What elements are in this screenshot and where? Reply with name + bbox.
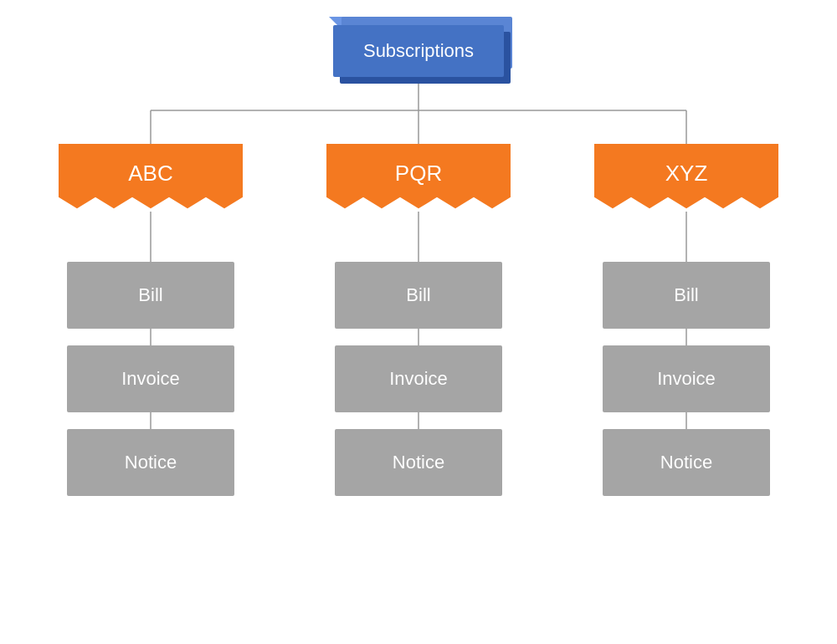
column-xyz: XYZBillInvoiceNotice <box>552 77 820 496</box>
org-chart: Subscriptions ABCBillInvoiceNoticePQRBil… <box>0 0 837 644</box>
gray-box-pqr-bill: Bill <box>335 262 502 329</box>
subscriptions-label: Subscriptions <box>363 40 474 62</box>
gray-box-pqr-invoice: Invoice <box>335 345 502 412</box>
gray-box-abc-notice: Notice <box>67 429 234 496</box>
orange-box-pqr: PQR <box>326 144 511 220</box>
gray-box-pqr-notice: Notice <box>335 429 502 496</box>
child-nodes-pqr: BillInvoiceNotice <box>335 262 502 496</box>
gray-box-xyz-bill: Bill <box>603 262 770 329</box>
column-pqr: PQRBillInvoiceNotice <box>285 77 552 496</box>
columns-container: ABCBillInvoiceNoticePQRBillInvoiceNotice… <box>0 77 837 496</box>
gray-box-xyz-invoice: Invoice <box>603 345 770 412</box>
column-abc: ABCBillInvoiceNotice <box>17 77 285 496</box>
child-nodes-abc: BillInvoiceNotice <box>67 262 234 496</box>
orange-box-xyz: XYZ <box>594 144 778 220</box>
gray-box-abc-invoice: Invoice <box>67 345 234 412</box>
gray-box-abc-bill: Bill <box>67 262 234 329</box>
orange-box-abc: ABC <box>59 144 243 220</box>
child-nodes-xyz: BillInvoiceNotice <box>603 262 770 496</box>
root-node: Subscriptions <box>333 25 504 77</box>
subscriptions-box: Subscriptions <box>333 25 504 77</box>
gray-box-xyz-notice: Notice <box>603 429 770 496</box>
